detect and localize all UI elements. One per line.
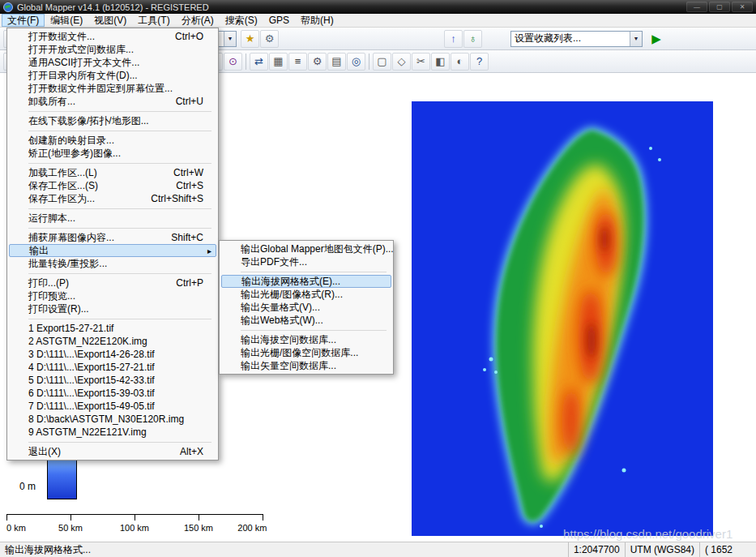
menu-item[interactable]: 1 Export15-27-21.tif xyxy=(9,322,216,335)
favorites-list-dropdown[interactable]: 设置收藏列表... ▼ xyxy=(510,31,643,47)
menu-item[interactable]: 捕获屏幕图像内容... Shift+C xyxy=(9,231,216,244)
scale-tick-label: 50 km xyxy=(58,523,83,533)
menu-item[interactable]: 输出海拔空间数据库... xyxy=(221,333,391,346)
menu-item[interactable]: 4 D:\111\...\Export15-27-21.tif xyxy=(9,361,216,374)
menu-item[interactable]: 输出矢量空间数据库... xyxy=(221,359,391,372)
menu-tools[interactable]: 工具(T) xyxy=(132,14,175,27)
crop-button[interactable]: ✂ xyxy=(412,53,430,71)
scale-tick-mark xyxy=(135,514,135,521)
menu-item[interactable]: 输出光栅/图像格式(R)... xyxy=(221,288,391,301)
menu-item[interactable]: 通用ASCII打开文本文件... xyxy=(9,56,216,69)
favorite-views-button[interactable]: ★ xyxy=(241,30,259,48)
minimize-button[interactable]: — xyxy=(686,2,707,12)
scale-tick-mark xyxy=(263,514,263,521)
vertex-edit-button[interactable]: ◇ xyxy=(392,53,411,71)
menu-item[interactable]: 保存工作区为... Ctrl+Shift+S xyxy=(9,192,216,205)
load-view-up-button[interactable]: ↑ xyxy=(444,30,463,48)
menu-item[interactable]: 3 D:\111\...\Export14-26-28.tif xyxy=(9,348,216,361)
menu-item[interactable]: 9 ASTGTM_N22E121V.img xyxy=(9,426,216,439)
menu-search[interactable]: 搜索(S) xyxy=(220,14,263,27)
menu-item[interactable]: 8 D:\back\ASTGTM_N30E120R.img xyxy=(9,413,216,426)
web-catalog-button[interactable]: ♁ xyxy=(463,30,482,48)
menu-item-shortcut: Ctrl+O xyxy=(160,31,203,42)
palette-button[interactable]: ◧ xyxy=(431,53,450,71)
status-right-panels: 1:2047700 UTM (WGS84) ( 1652 xyxy=(568,542,756,557)
menu-item[interactable]: 输出光栅/图像空间数据库... xyxy=(221,346,391,359)
chevron-down-icon[interactable]: ▼ xyxy=(630,32,642,46)
window-control-glyph: ✕ xyxy=(740,3,745,11)
menu-item-label: 打印预览... xyxy=(28,289,75,303)
menu-analysis[interactable]: 分析(A) xyxy=(176,14,220,27)
scale-tick: 200 km xyxy=(263,514,292,533)
menubar-item-label: GPS xyxy=(269,15,289,26)
run-saved-view-button[interactable]: ▶ xyxy=(647,30,666,48)
gps-button[interactable]: ⊙ xyxy=(224,53,242,71)
chevron-down-icon[interactable]: ▼ xyxy=(224,32,236,46)
menu-item[interactable]: 卸载所有... Ctrl+U xyxy=(9,95,216,108)
toolbar-button-icon: ⚙ xyxy=(313,55,322,67)
submenu-item-export-elevation-grid[interactable]: 输出海拔网格格式(E)... xyxy=(221,275,391,288)
toolbar-button-icon: ⇄ xyxy=(254,55,263,67)
menu-item[interactable]: 批量转换/重投影... xyxy=(9,257,216,270)
menu-item-label: 3 D:\111\...\Export14-26-28.tif xyxy=(28,349,155,360)
menu-item[interactable]: 打开数据文件并固定到屏幕位置... xyxy=(9,82,216,95)
menu-item-label: 输出光栅/图像空间数据库... xyxy=(241,346,358,360)
scale-tick: 150 km xyxy=(199,514,228,533)
global-mapper-window: Global Mapper v14.1 (b120512) - REGISTER… xyxy=(0,0,756,557)
search-button[interactable]: ◎ xyxy=(347,53,365,71)
menu-item[interactable]: 输出Global Mapper地图包文件(P)... xyxy=(221,242,391,255)
menu-item[interactable]: 运行脚本... xyxy=(9,212,216,225)
menu-item[interactable]: 打开数据文件... Ctrl+O xyxy=(9,30,216,43)
menu-help[interactable]: 帮助(H) xyxy=(295,14,340,27)
menu-item[interactable]: 打印预览... xyxy=(9,289,216,302)
menu-item[interactable]: 打开目录内所有文件(D)... xyxy=(9,69,216,82)
help-button[interactable]: ? xyxy=(470,53,489,71)
menu-item-label: 4 D:\111\...\Export15-27-21.tif xyxy=(28,362,155,373)
menu-item[interactable]: 打印设置(R)... xyxy=(9,302,216,315)
close-button[interactable]: ✕ xyxy=(732,2,753,12)
menu-edit[interactable]: 编辑(E) xyxy=(45,14,88,27)
menu-item[interactable]: 在线下载影像/拓扑/地形图... xyxy=(9,114,216,127)
view-settings-button[interactable]: ⚙ xyxy=(260,30,279,48)
menu-item-label: 保存工作区...(S) xyxy=(28,179,98,193)
menu-item-shortcut: Ctrl+Shift+S xyxy=(136,193,203,204)
toolbar1-group-b: ★ ⚙ xyxy=(241,30,279,48)
toolbar-button-icon: ◎ xyxy=(352,55,361,67)
menu-item xyxy=(9,315,216,322)
coordinate-converter-button[interactable]: ⇄ xyxy=(250,53,268,71)
watermark: https://blog.csdn.net/goodriver1 xyxy=(563,527,733,541)
menu-gps[interactable]: GPS xyxy=(263,14,295,27)
menu-item[interactable]: 加载工作区...(L) Ctrl+W xyxy=(9,166,216,179)
menu-item-label: 打印...(P) xyxy=(28,276,69,290)
menu-item-label: 输出矢量格式(V)... xyxy=(241,301,320,315)
menu-item[interactable]: 创建新的映射目录... xyxy=(9,134,216,147)
menu-item[interactable]: 打印...(P) Ctrl+P xyxy=(9,276,216,289)
favorites-list-value: 设置收藏列表... xyxy=(511,32,584,45)
contrast-button[interactable]: ◐ xyxy=(451,53,469,71)
toolbar2-group-3: ⇄ ▦ ≡ ⚙ ▤ ◎ xyxy=(250,53,365,71)
menu-item[interactable]: 6 D:\111\...\Export15-39-03.tif xyxy=(9,387,216,400)
overlay-control-button[interactable]: ≡ xyxy=(288,53,307,71)
menu-file[interactable]: 文件(F) xyxy=(2,14,45,27)
menu-item[interactable]: 导出PDF文件... xyxy=(221,255,391,268)
menu-view[interactable]: 视图(V) xyxy=(88,14,132,27)
menu-item-label: 退出(X) xyxy=(28,445,61,459)
select-button[interactable]: ▢ xyxy=(373,53,391,71)
menu-item[interactable]: 退出(X) Alt+X xyxy=(9,445,216,458)
configuration-button[interactable]: ⚙ xyxy=(308,53,327,71)
menu-item[interactable]: 保存工作区...(S) Ctrl+S xyxy=(9,179,216,192)
menu-item-label: 打印设置(R)... xyxy=(28,302,89,316)
grid-button[interactable]: ▦ xyxy=(269,53,288,71)
menu-item[interactable]: 5 D:\111\...\Export15-42-33.tif xyxy=(9,374,216,387)
scale-tick-mark xyxy=(199,514,199,521)
maximize-button[interactable]: ▢ xyxy=(709,2,730,12)
menu-item[interactable]: 输出矢量格式(V)... xyxy=(221,301,391,314)
menu-item[interactable]: 7 D:\111\...\Export15-49-05.tif xyxy=(9,400,216,413)
menu-item[interactable]: 矫正(地理参考)图像... xyxy=(9,147,216,160)
menu-item[interactable]: 打开开放式空间数据库... xyxy=(9,43,216,56)
menu-item-export[interactable]: 输出 ▸ xyxy=(9,244,216,257)
menu-item[interactable]: 2 ASTGTM_N22E120K.img xyxy=(9,335,216,348)
menu-item[interactable]: 输出Web格式(W)... xyxy=(221,314,391,327)
menu-item-label: 8 D:\back\ASTGTM_N30E120R.img xyxy=(28,413,184,425)
map-layout-button[interactable]: ▤ xyxy=(327,53,346,71)
